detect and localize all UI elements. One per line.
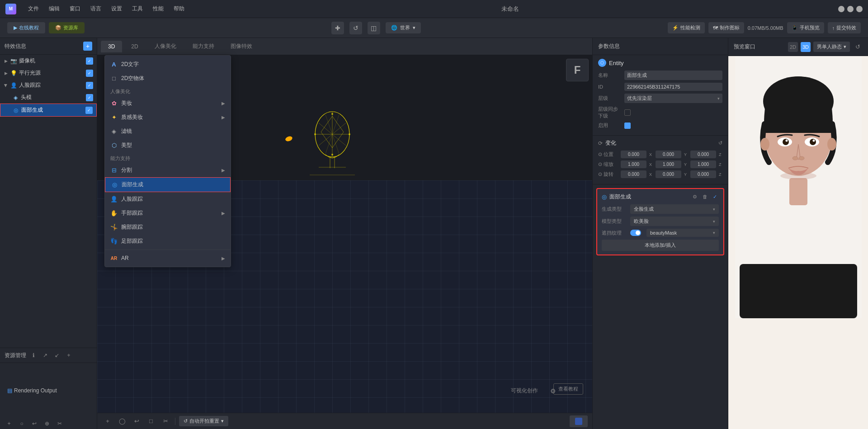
pos-z-input[interactable]: 0.000 — [690, 151, 716, 158]
menu-language[interactable]: 语言 — [86, 3, 106, 14]
resources-button[interactable]: 📦 资源库 — [49, 22, 85, 33]
tree-item-face-track[interactable]: ▶ 👤 人脸跟踪 — [0, 79, 97, 91]
dropdown-foot-track[interactable]: 👣 足部跟踪 — [105, 234, 231, 248]
menu-edit[interactable]: 编辑 — [44, 3, 64, 14]
dropdown-quality-beauty[interactable]: ✦ 质感美妆 ▶ — [105, 110, 231, 124]
dropdown-body-track[interactable]: 🤸 腕部跟踪 — [105, 220, 231, 234]
source-refresh-btn[interactable]: ○ — [16, 418, 27, 429]
level-label: 层级 — [598, 95, 621, 102]
tab-2d[interactable]: 2D — [124, 41, 145, 52]
dropdown-face-track[interactable]: 👤 人脸跟踪 — [105, 192, 231, 206]
tree-item-face-gen[interactable]: ◎ 面部生成 — [0, 104, 97, 117]
auto-reset-label: 自动开拍重置 — [189, 418, 219, 424]
rot-z-input[interactable]: 0.000 — [690, 170, 716, 178]
world-selector[interactable]: 🌐 世界 ▾ — [386, 22, 421, 33]
facegen-settings-btn[interactable]: ⚙ — [691, 193, 699, 201]
pos-y-input[interactable]: 0.000 — [656, 151, 681, 158]
menu-settings[interactable]: 设置 — [107, 3, 127, 14]
source-export-btn[interactable]: ↗ — [41, 351, 50, 360]
name-value[interactable]: 面部生成 — [624, 71, 722, 80]
gen-type-select[interactable]: 全脸生成 ▾ — [630, 204, 719, 214]
entity-icon: ⬡ — [598, 59, 606, 67]
transform-reset-btn[interactable]: ↺ — [718, 140, 722, 146]
perf-detect-button[interactable]: ⚡ 性能检测 — [668, 22, 705, 33]
menu-window[interactable]: 窗口 — [65, 3, 85, 14]
tab-beauty[interactable]: 人像美化 — [147, 40, 184, 53]
facegen-delete-btn[interactable]: 🗑 — [701, 193, 709, 201]
scale-y-input[interactable]: 1.000 — [656, 160, 681, 168]
face-track-visibility-checkbox[interactable] — [86, 82, 93, 89]
tree-item-head[interactable]: ◈ 头模 — [0, 91, 97, 104]
close-button[interactable]: × — [856, 6, 863, 12]
model-type-select[interactable]: 欧美脸 ▾ — [630, 217, 719, 226]
upload-button[interactable]: ↑ 提交特效 — [828, 22, 861, 33]
tree-item-camera[interactable]: ▶ 📷 摄像机 — [0, 55, 97, 67]
source-plus-btn[interactable]: ⊕ — [42, 418, 52, 429]
toolbar-nav: ▶ 在线教程 📦 资源库 — [7, 22, 85, 33]
dropdown-ar[interactable]: AR AR ▶ — [105, 251, 231, 265]
vt-add-btn[interactable]: + — [102, 415, 113, 427]
menu-tools[interactable]: 工具 — [127, 3, 147, 14]
face-gen-visibility-checkbox[interactable] — [85, 107, 93, 114]
add-import-button[interactable]: 本地添加/插入 — [602, 240, 719, 251]
dropdown-face-type[interactable]: ⬡ 美型 — [105, 138, 231, 152]
effects-panel-header: 特效信息 + — [0, 38, 97, 55]
enable-checkbox[interactable] — [624, 123, 631, 129]
dropdown-filter[interactable]: ◈ 滤镜 — [105, 124, 231, 138]
preview-selector[interactable]: 男单人静态 ▾ — [813, 42, 850, 52]
menu-file[interactable]: 文件 — [24, 3, 43, 14]
source-import-btn[interactable]: ↙ — [52, 351, 61, 360]
texture-select[interactable]: beautyMask ▾ — [646, 229, 719, 237]
refresh-btn[interactable]: ↺ — [349, 22, 362, 34]
vt-undo-btn[interactable]: ↩ — [131, 415, 142, 427]
texture-toggle[interactable] — [630, 230, 641, 236]
rot-x-input[interactable]: 0.000 — [621, 170, 646, 178]
auto-reset-button[interactable]: ↺ 自动开拍重置 ▾ — [179, 416, 228, 426]
preview-3d-mode-btn[interactable]: 3D — [801, 42, 811, 52]
tree-item-parallel-light[interactable]: ▶ 💡 平行光源 — [0, 67, 97, 79]
source-info-btn[interactable]: ℹ — [29, 351, 38, 360]
online-tutorial-button[interactable]: ▶ 在线教程 — [7, 22, 45, 33]
source-add-btn[interactable]: + — [64, 351, 73, 360]
preview-reload-button[interactable]: ↺ — [853, 42, 863, 52]
rot-y-input[interactable]: 0.000 — [656, 170, 681, 178]
make-map-button[interactable]: 🗺 制作图标 — [708, 22, 744, 33]
record-button[interactable] — [570, 415, 588, 427]
rendering-output-item[interactable]: ▤ Rendering Output — [4, 386, 61, 396]
dropdown-2d-text[interactable]: A 2D文字 — [105, 57, 231, 71]
tab-3d[interactable]: 3D — [101, 41, 122, 52]
facegen-toggle-btn[interactable]: ✓ — [711, 193, 719, 201]
view-btn[interactable]: ◫ — [368, 22, 380, 34]
source-cut-btn[interactable]: ✂ — [54, 418, 65, 429]
scale-x-input[interactable]: 1.000 — [621, 160, 646, 168]
head-visibility-checkbox[interactable] — [86, 94, 93, 101]
vt-cut-btn[interactable]: ✂ — [160, 415, 171, 427]
mobile-preview-button[interactable]: 📱 手机预览 — [787, 22, 824, 33]
menu-performance[interactable]: 性能 — [148, 3, 168, 14]
scale-z-input[interactable]: 1.000 — [690, 160, 716, 168]
camera-visibility-checkbox[interactable] — [86, 57, 93, 65]
add-btn[interactable]: ✚ — [331, 22, 344, 34]
restore-button[interactable]: □ — [847, 6, 854, 12]
pos-x-input[interactable]: 0.000 — [621, 151, 646, 158]
tab-capability[interactable]: 能力支持 — [185, 40, 222, 53]
level-select[interactable]: 优先渲染层 ▾ — [624, 94, 722, 103]
dropdown-hand-track[interactable]: ✋ 手部跟踪 ▶ — [105, 206, 231, 220]
sync-checkbox[interactable] — [624, 109, 631, 116]
dropdown-split[interactable]: ⊟ 分割 ▶ — [105, 163, 231, 177]
dropdown-face-gen[interactable]: ◎ 面部生成 — [105, 177, 231, 192]
source-undo-btn[interactable]: ↩ — [29, 418, 40, 429]
dropdown-beauty[interactable]: ✿ 美妆 ▶ — [105, 96, 231, 110]
light-visibility-checkbox[interactable] — [86, 70, 93, 77]
minimize-button[interactable]: — — [838, 6, 844, 12]
menu-help[interactable]: 帮助 — [169, 3, 189, 14]
vt-square-btn[interactable]: □ — [145, 415, 157, 427]
preview-2d-mode-btn[interactable]: 2D — [788, 42, 798, 52]
source-add-btn2[interactable]: + — [4, 418, 14, 429]
viewport-tutorial-btn[interactable]: 查看教程 — [553, 383, 583, 395]
tab-effects[interactable]: 图像特效 — [223, 40, 259, 53]
app-logo: M — [5, 4, 16, 14]
dropdown-2d-object[interactable]: □ 2D空物体 — [105, 71, 231, 85]
vt-circle-btn[interactable]: ◯ — [116, 415, 128, 427]
add-effect-button[interactable]: + — [83, 42, 92, 51]
